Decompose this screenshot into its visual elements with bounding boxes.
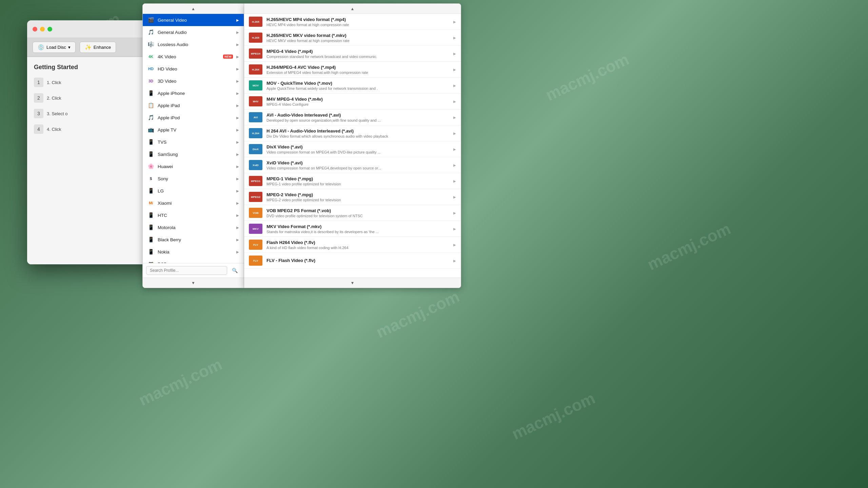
- format-item-divx-video[interactable]: DivX DivX Video (*.avi) Video compressio…: [244, 141, 461, 157]
- category-icon-apple-ipad: 📋: [147, 102, 154, 109]
- format-desc-flash-h264: A kind of HD flash video format coding w…: [267, 246, 449, 250]
- format-item-mpeg2-video[interactable]: MPEG2 MPEG-2 Video (*.mpg) MPEG-2 video …: [244, 189, 461, 205]
- category-icon-apple-tv: 📺: [147, 126, 154, 133]
- step-3: 3 3. Select o: [34, 109, 149, 118]
- format-item-xvid-video[interactable]: XviD XviD Video (*.avi) Video compressio…: [244, 157, 461, 173]
- category-scroll-down[interactable]: ▼: [143, 278, 244, 288]
- category-arrow-xiaomi: ▶: [236, 201, 239, 205]
- category-item-general-video[interactable]: 🎬 General Video ▶: [143, 14, 244, 26]
- category-label-hd-video: HD Video: [158, 66, 233, 72]
- format-item-h264-avi[interactable]: H.264 H 264 AVI - Audio-Video Interleave…: [244, 125, 461, 141]
- category-item-apple-tv[interactable]: 📺 Apple TV ▶: [143, 124, 244, 136]
- category-item-lossless-audio[interactable]: 🎼 Lossless Audio ▶: [143, 38, 244, 50]
- category-item-apple-iphone[interactable]: 📱 Apple iPhone ▶: [143, 87, 244, 99]
- category-item-tvs[interactable]: 📱 TVS ▶: [143, 136, 244, 148]
- format-thumb-vob-mpeg2-ps: VOB: [249, 208, 262, 218]
- category-item-general-audio[interactable]: 🎵 General Audio ▶: [143, 26, 244, 38]
- format-arrow-h264-avi: ▶: [453, 131, 456, 135]
- category-item-psp[interactable]: 🎮 PSP ▶: [143, 258, 244, 263]
- format-item-h265-hevc-mp4[interactable]: H.265 H.265/HEVC MP4 video format (*.mp4…: [244, 14, 461, 30]
- format-item-mov-quicktime[interactable]: MOV MOV - QuickTime Video (*.mov) Apple …: [244, 78, 461, 94]
- format-item-h265-hevc-mkv[interactable]: H.265 H.265/HEVC MKV video format (*.mkv…: [244, 30, 461, 46]
- format-name-mpeg2-video: MPEG-2 Video (*.mpg): [267, 192, 449, 197]
- maximize-button[interactable]: [47, 27, 52, 32]
- format-item-mpeg1-video[interactable]: MPEG1 MPEG-1 Video (*.mpg) MPEG-1 video …: [244, 173, 461, 189]
- format-info-mov-quicktime: MOV - QuickTime Video (*.mov) Apple Quic…: [267, 81, 449, 90]
- step-1-icon: 1: [34, 78, 43, 87]
- format-desc-avi-audio-video: Dereloped by open source organization,wi…: [267, 118, 449, 122]
- format-item-h264-mpeg4-avc[interactable]: H.264 H.264/MPEG-4 AVC Video (*.mp4) Ext…: [244, 62, 461, 78]
- format-item-m4v-mpeg4[interactable]: M4V M4V MPEG-4 Video (*.m4v) MPEG-4 Vide…: [244, 94, 461, 109]
- close-button[interactable]: [33, 27, 37, 32]
- step-2-label: 2. Click: [47, 96, 61, 101]
- format-name-h264-mpeg4-avc: H.264/MPEG-4 AVC Video (*.mp4): [267, 65, 449, 70]
- dropdown-arrow-icon: ▾: [68, 45, 71, 50]
- format-item-mpeg4-video-mp4[interactable]: MPEG4 MPEG-4 Video (*.mp4) Compression s…: [244, 46, 461, 62]
- step-3-label: 3. Select o: [47, 111, 67, 116]
- category-item-hd-video[interactable]: HD HD Video ▶: [143, 63, 244, 75]
- format-thumb-divx-video: DivX: [249, 144, 262, 154]
- format-item-avi-audio-video[interactable]: AVI AVI - Audio-Video Interleaved (*.avi…: [244, 109, 461, 125]
- format-thumb-mov-quicktime: MOV: [249, 80, 262, 90]
- category-item-apple-ipod[interactable]: 🎵 Apple iPod ▶: [143, 111, 244, 124]
- format-scroll-down[interactable]: ▼: [244, 278, 461, 288]
- category-item-4k-video[interactable]: 4K 4K Video NEW ▶: [143, 50, 244, 63]
- format-desc-divx-video: Video compression format on MPEG4.with D…: [267, 150, 449, 154]
- format-item-mkv-video[interactable]: MKV MKV Video Format (*.mkv) Stands for …: [244, 221, 461, 237]
- format-info-mpeg2-video: MPEG-2 Video (*.mpg) MPEG-2 video profil…: [267, 192, 449, 202]
- format-info-vob-mpeg2-ps: VOB MPEG2 PS Format (*.vob) DVD video pr…: [267, 208, 449, 218]
- category-item-huawei[interactable]: 🌸 Huawei ▶: [143, 160, 244, 172]
- format-scroll-up[interactable]: ▲: [244, 4, 461, 14]
- enhance-button[interactable]: ✨ Enhance: [80, 42, 116, 53]
- category-arrow-apple-iphone: ▶: [236, 92, 239, 95]
- category-arrow-apple-ipad: ▶: [236, 104, 239, 107]
- format-name-divx-video: DivX Video (*.avi): [267, 144, 449, 149]
- search-input[interactable]: [146, 266, 227, 275]
- category-label-4k-video: 4K Video: [158, 54, 220, 59]
- format-name-h265-hevc-mkv: H.265/HEVC MKV video format (*.mkv): [267, 33, 449, 38]
- category-icon-motorola: 📱: [147, 224, 154, 231]
- getting-started-title: Getting Started: [34, 64, 149, 71]
- category-label-samsung: SamSung: [158, 152, 233, 157]
- format-desc-mov-quicktime: Apple QuickTime format.widely used for n…: [267, 86, 449, 90]
- category-arrow-psp: ▶: [236, 262, 239, 263]
- category-icon-huawei: 🌸: [147, 163, 154, 170]
- format-desc-mkv-video: Stands for matroska video,it is describe…: [267, 230, 449, 234]
- category-arrow-apple-ipod: ▶: [236, 116, 239, 120]
- category-item-sony[interactable]: S Sony ▶: [143, 172, 244, 185]
- category-item-blackberry[interactable]: 📱 Black Berry ▶: [143, 233, 244, 246]
- category-item-xiaomi[interactable]: Mi Xiaomi ▶: [143, 197, 244, 209]
- format-thumb-mkv-video: MKV: [249, 224, 262, 234]
- format-name-mkv-video: MKV Video Format (*.mkv): [267, 224, 449, 229]
- category-arrow-4k-video: ▶: [236, 55, 239, 59]
- format-desc-vob-mpeg2-ps: DVD video profile optimized for televisi…: [267, 214, 449, 218]
- format-name-avi-audio-video: AVI - Audio-Video Interleaved (*.avi): [267, 113, 449, 118]
- minimize-button[interactable]: [40, 27, 45, 32]
- category-item-htc[interactable]: 📱 HTC ▶: [143, 209, 244, 221]
- format-arrow-m4v-mpeg4: ▶: [453, 100, 456, 103]
- format-item-flv-flash[interactable]: FLV FLV - Flash Video (*.flv) ▶: [244, 253, 461, 269]
- category-item-3d-video[interactable]: 3D 3D Video ▶: [143, 75, 244, 87]
- format-info-h264-mpeg4-avc: H.264/MPEG-4 AVC Video (*.mp4) Extension…: [267, 65, 449, 75]
- format-info-xvid-video: XviD Video (*.avi) Video compression for…: [267, 160, 449, 170]
- category-scroll-up[interactable]: ▲: [143, 4, 244, 14]
- format-arrow-mkv-video: ▶: [453, 227, 456, 231]
- category-icon-samsung: 📱: [147, 151, 154, 158]
- category-arrow-3d-video: ▶: [236, 79, 239, 83]
- format-item-vob-mpeg2-ps[interactable]: VOB VOB MPEG2 PS Format (*.vob) DVD vide…: [244, 205, 461, 221]
- load-disc-button[interactable]: 💿 Load Disc ▾: [33, 42, 76, 53]
- format-list: H.265 H.265/HEVC MP4 video format (*.mp4…: [244, 14, 461, 278]
- format-item-flash-h264[interactable]: FLV Flash H264 Video (*.flv) A kind of H…: [244, 237, 461, 253]
- format-arrow-xvid-video: ▶: [453, 163, 456, 167]
- category-item-motorola[interactable]: 📱 Motorola ▶: [143, 221, 244, 233]
- format-arrow-divx-video: ▶: [453, 147, 456, 151]
- search-button[interactable]: 🔍: [229, 266, 240, 275]
- category-item-samsung[interactable]: 📱 SamSung ▶: [143, 148, 244, 160]
- format-name-mov-quicktime: MOV - QuickTime Video (*.mov): [267, 81, 449, 86]
- category-item-nokia[interactable]: 📱 Nokia ▶: [143, 246, 244, 258]
- category-item-apple-ipad[interactable]: 📋 Apple iPad ▶: [143, 99, 244, 111]
- category-item-lg[interactable]: 📱 LG ▶: [143, 185, 244, 197]
- format-desc-mpeg4-video-mp4: Compression standard for network broadca…: [267, 55, 449, 59]
- category-list: 🎬 General Video ▶ 🎵 General Audio ▶ 🎼 Lo…: [143, 14, 244, 263]
- format-name-vob-mpeg2-ps: VOB MPEG2 PS Format (*.vob): [267, 208, 449, 213]
